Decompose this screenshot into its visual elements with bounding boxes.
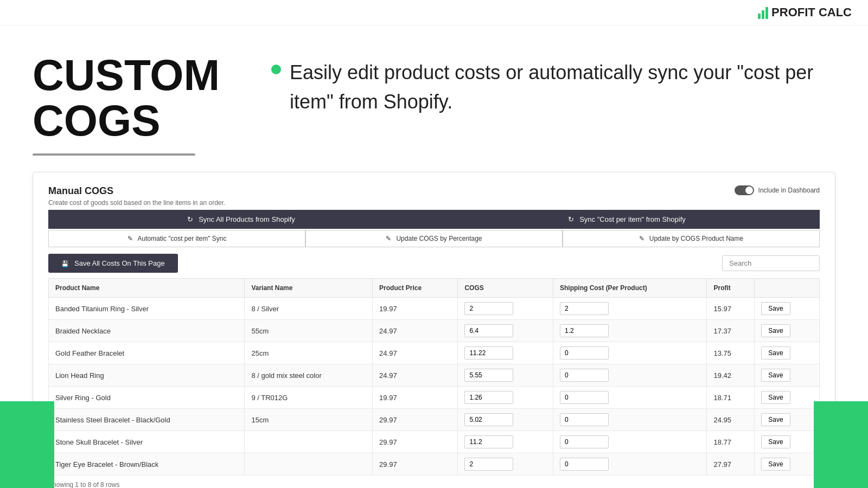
cell-product-name: Lion Head Ring	[49, 364, 245, 387]
table-body: Banded Titanium Ring - Silver 8 / Silver…	[49, 298, 820, 476]
sync-all-label: Sync All Products from Shopify	[199, 215, 295, 223]
cell-product-name: Braided Necklace	[49, 320, 245, 342]
shipping-input[interactable]	[560, 324, 609, 337]
cell-cogs	[458, 342, 553, 364]
logo-icon	[758, 6, 768, 19]
cell-profit: 18.77	[707, 431, 755, 453]
cell-product-price: 19.97	[373, 387, 458, 409]
cell-product-name: Stainless Steel Bracelet - Black/Gold	[49, 409, 245, 431]
update-pct-label: Update COGS by Percentage	[396, 235, 482, 242]
th-variant-name: Variant Name	[245, 279, 373, 298]
cogs-input[interactable]	[464, 435, 513, 448]
cell-product-price: 24.97	[373, 320, 458, 342]
cell-product-price: 24.97	[373, 364, 458, 387]
th-product-name: Product Name	[49, 279, 245, 298]
edit-icon-3	[639, 235, 647, 242]
update-cogs-name-button[interactable]: Update by COGS Product Name	[563, 230, 820, 247]
cell-save: Save	[755, 409, 820, 431]
sync-icon-2	[568, 215, 576, 223]
cell-profit: 17.37	[707, 320, 755, 342]
hero-section: CUSTOM COGS Easily edit product costs or…	[0, 25, 868, 172]
cell-shipping-cost	[553, 387, 706, 409]
corner-right-decoration	[814, 401, 868, 488]
cogs-input[interactable]	[464, 391, 513, 404]
cell-variant-name: 25cm	[245, 342, 373, 364]
include-dashboard-toggle-wrap[interactable]: Include in Dashboard	[735, 185, 820, 195]
cell-shipping-cost	[553, 298, 706, 320]
save-all-row: Save All Costs On This Page	[48, 254, 820, 273]
action-row-2: Automatic "cost per item" Sync Update CO…	[48, 230, 820, 247]
save-row-button[interactable]: Save	[761, 346, 790, 359]
cell-profit: 15.97	[707, 298, 755, 320]
action-row-1: Sync All Products from Shopify Sync "Cos…	[48, 210, 820, 229]
save-row-button[interactable]: Save	[761, 324, 790, 337]
th-profit: Profit	[707, 279, 755, 298]
cell-product-price: 19.97	[373, 298, 458, 320]
cell-save: Save	[755, 320, 820, 342]
shipping-input[interactable]	[560, 458, 609, 471]
cell-cogs	[458, 431, 553, 453]
card-subtitle: Create cost of goods sold based on the l…	[48, 199, 225, 207]
cell-cogs	[458, 298, 553, 320]
include-dashboard-toggle[interactable]	[735, 185, 754, 195]
logo-text: PROFIT CALC	[771, 5, 852, 20]
cogs-input[interactable]	[464, 458, 513, 471]
save-all-button[interactable]: Save All Costs On This Page	[48, 254, 178, 273]
edit-icon-2	[386, 235, 393, 242]
save-row-button[interactable]: Save	[761, 369, 790, 382]
cogs-input[interactable]	[464, 413, 513, 426]
th-shipping-cost: Shipping Cost (Per Product)	[553, 279, 706, 298]
cell-variant-name: 8 / gold mix steel color	[245, 364, 373, 387]
sync-cost-per-item-button[interactable]: Sync "Cost per item" from Shopify	[434, 210, 820, 229]
cell-shipping-cost	[553, 431, 706, 453]
cogs-input[interactable]	[464, 346, 513, 359]
shipping-input[interactable]	[560, 435, 609, 448]
cell-product-name: Stone Skull Bracelet - Silver	[49, 431, 245, 453]
cell-product-name: Banded Titanium Ring - Silver	[49, 298, 245, 320]
logo: PROFIT CALC	[758, 5, 852, 20]
card-header-left: Manual COGS Create cost of goods sold ba…	[48, 185, 225, 207]
cell-shipping-cost	[553, 453, 706, 476]
cogs-input[interactable]	[464, 302, 513, 315]
save-row-button[interactable]: Save	[761, 413, 790, 426]
update-cogs-pct-button[interactable]: Update COGS by Percentage	[305, 230, 563, 247]
cell-product-price: 29.97	[373, 453, 458, 476]
hero-title-block: CUSTOM COGS	[33, 53, 239, 156]
th-actions	[755, 279, 820, 298]
shipping-input[interactable]	[560, 346, 609, 359]
sync-all-products-button[interactable]: Sync All Products from Shopify	[48, 210, 434, 229]
hero-heading: CUSTOM COGS	[33, 53, 239, 144]
corner-left-decoration	[0, 401, 54, 488]
save-row-button[interactable]: Save	[761, 302, 790, 315]
save-all-label: Save All Costs On This Page	[74, 259, 165, 267]
save-row-button[interactable]: Save	[761, 391, 790, 404]
sync-icon	[187, 215, 195, 223]
cell-variant-name: 9 / TR012G	[245, 387, 373, 409]
th-cogs: COGS	[458, 279, 553, 298]
shipping-input[interactable]	[560, 369, 609, 382]
shipping-input[interactable]	[560, 302, 609, 315]
shipping-input[interactable]	[560, 413, 609, 426]
cogs-input[interactable]	[464, 324, 513, 337]
card-wrapper: Manual COGS Create cost of goods sold ba…	[0, 172, 868, 488]
cell-variant-name	[245, 431, 373, 453]
table-row: Banded Titanium Ring - Silver 8 / Silver…	[49, 298, 820, 320]
cell-save: Save	[755, 342, 820, 364]
save-row-button[interactable]: Save	[761, 435, 790, 448]
cell-profit: 27.97	[707, 453, 755, 476]
cogs-input[interactable]	[464, 369, 513, 382]
table-row: Stone Skull Bracelet - Silver 29.97 18.7…	[49, 431, 820, 453]
shipping-input[interactable]	[560, 391, 609, 404]
table-row: Stainless Steel Bracelet - Black/Gold 15…	[49, 409, 820, 431]
cell-profit: 24.95	[707, 409, 755, 431]
table-row: Silver Ring - Gold 9 / TR012G 19.97 18.7…	[49, 387, 820, 409]
save-row-button[interactable]: Save	[761, 458, 790, 471]
search-input[interactable]	[722, 255, 820, 271]
edit-icon-1	[127, 235, 135, 242]
auto-sync-button[interactable]: Automatic "cost per item" Sync	[48, 230, 305, 247]
bullet-icon	[271, 65, 281, 74]
table-row: Gold Feather Bracelet 25cm 24.97 13.75 S…	[49, 342, 820, 364]
card-title: Manual COGS	[48, 185, 225, 197]
cell-save: Save	[755, 431, 820, 453]
cell-product-price: 24.97	[373, 342, 458, 364]
